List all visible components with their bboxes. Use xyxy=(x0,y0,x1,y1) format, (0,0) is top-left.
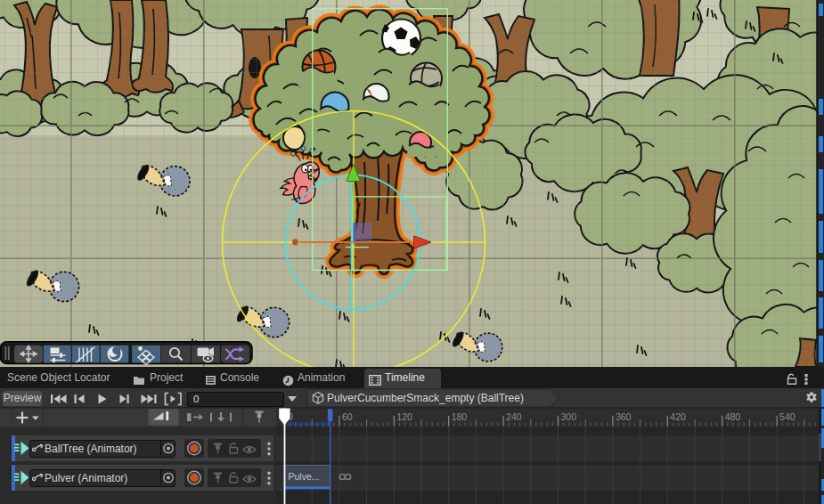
svg-text:540: 540 xyxy=(779,411,795,422)
svg-text:300: 300 xyxy=(561,411,577,422)
svg-text:Pulve...: Pulve... xyxy=(289,471,320,482)
svg-text:120: 120 xyxy=(396,411,412,422)
svg-text:60: 60 xyxy=(342,411,353,422)
svg-text:480: 480 xyxy=(725,411,741,422)
svg-text:360: 360 xyxy=(616,411,632,422)
svg-text:180: 180 xyxy=(452,411,468,422)
svg-text:420: 420 xyxy=(670,411,686,422)
svg-text:PulverCucumberSmack_empty (Bal: PulverCucumberSmack_empty (BallTree) xyxy=(327,392,524,404)
svg-text:240: 240 xyxy=(506,411,522,422)
